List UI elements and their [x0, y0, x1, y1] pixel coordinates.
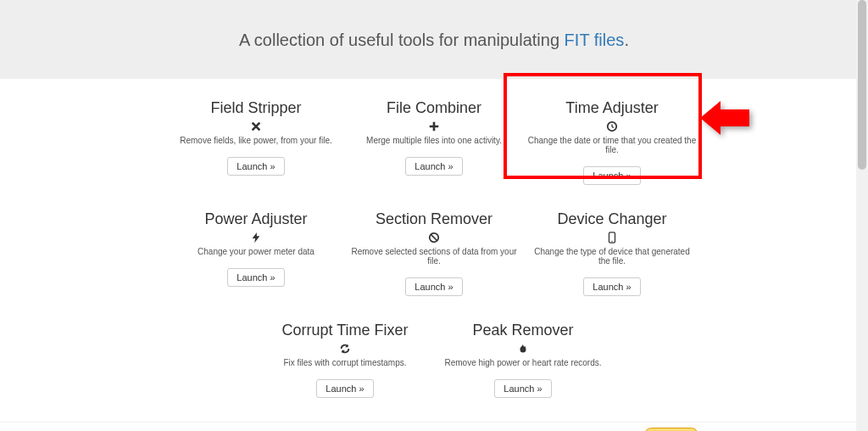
- launch-button[interactable]: Launch »: [494, 379, 551, 398]
- launch-button[interactable]: Launch »: [227, 268, 284, 287]
- donate-label: Donate: [644, 428, 698, 431]
- footer: © FIT File Tools 2021 Connect with STRAV…: [0, 422, 868, 431]
- device-icon: [527, 230, 697, 245]
- launch-button[interactable]: Launch »: [405, 277, 462, 296]
- tool-title: Peak Remover: [438, 322, 608, 339]
- tool-file-combiner: File Combiner Merge multiple files into …: [349, 99, 519, 185]
- scrollbar-thumb[interactable]: [858, 0, 866, 170]
- page-subtitle: A collection of useful tools for manipul…: [0, 0, 868, 79]
- launch-button[interactable]: Launch »: [405, 157, 462, 176]
- tool-time-adjuster: Time Adjuster Change the date or time th…: [527, 99, 697, 185]
- launch-button[interactable]: Launch »: [583, 166, 640, 185]
- tool-title: Corrupt Time Fixer: [260, 322, 430, 339]
- fit-files-link[interactable]: FIT files: [565, 31, 625, 49]
- tools-grid: Field Stripper Remove fields, like power…: [0, 79, 868, 398]
- clock-icon: [527, 119, 697, 134]
- tool-desc: Change the type of device that generated…: [527, 247, 697, 266]
- launch-button[interactable]: Launch »: [583, 277, 640, 296]
- fire-icon: [438, 341, 608, 356]
- tool-device-changer: Device Changer Change the type of device…: [527, 210, 697, 296]
- svg-marker-1: [253, 232, 260, 243]
- tool-desc: Fix files with corrupt timestamps.: [260, 358, 430, 367]
- launch-button[interactable]: Launch »: [227, 157, 284, 176]
- plus-icon: [349, 119, 519, 134]
- vertical-scrollbar[interactable]: [856, 0, 868, 431]
- tool-field-stripper: Field Stripper Remove fields, like power…: [171, 99, 341, 185]
- svg-point-4: [611, 241, 612, 242]
- ban-icon: [349, 230, 519, 245]
- tool-corrupt-time-fixer: Corrupt Time Fixer Fix files with corrup…: [260, 322, 430, 398]
- x-icon: [171, 119, 341, 134]
- refresh-icon: [260, 341, 430, 356]
- tool-title: Time Adjuster: [527, 99, 697, 117]
- tool-title: Field Stripper: [171, 99, 341, 117]
- tool-desc: Change your power meter data: [171, 247, 341, 256]
- tool-section-remover: Section Remover Remove selected sections…: [349, 210, 519, 296]
- launch-button[interactable]: Launch »: [316, 379, 373, 398]
- tool-desc: Remove fields, like power, from your fil…: [171, 136, 341, 145]
- tool-title: Section Remover: [349, 210, 519, 228]
- donate-button[interactable]: Donate: [644, 428, 698, 431]
- bolt-icon: [171, 230, 341, 245]
- tool-desc: Change the date or time that you created…: [527, 136, 697, 154]
- tool-title: Device Changer: [527, 210, 697, 228]
- tool-desc: Merge multiple files into one activity.: [349, 136, 519, 145]
- subtitle-prefix: A collection of useful tools for manipul…: [239, 31, 565, 49]
- tool-power-adjuster: Power Adjuster Change your power meter d…: [171, 210, 341, 296]
- tool-desc: Remove selected sections of data from yo…: [349, 247, 519, 266]
- tool-desc: Remove high power or heart rate records.: [438, 358, 608, 367]
- tool-title: File Combiner: [349, 99, 519, 117]
- tool-peak-remover: Peak Remover Remove high power or heart …: [438, 322, 608, 398]
- subtitle-suffix: .: [624, 31, 629, 49]
- tool-title: Power Adjuster: [171, 210, 341, 228]
